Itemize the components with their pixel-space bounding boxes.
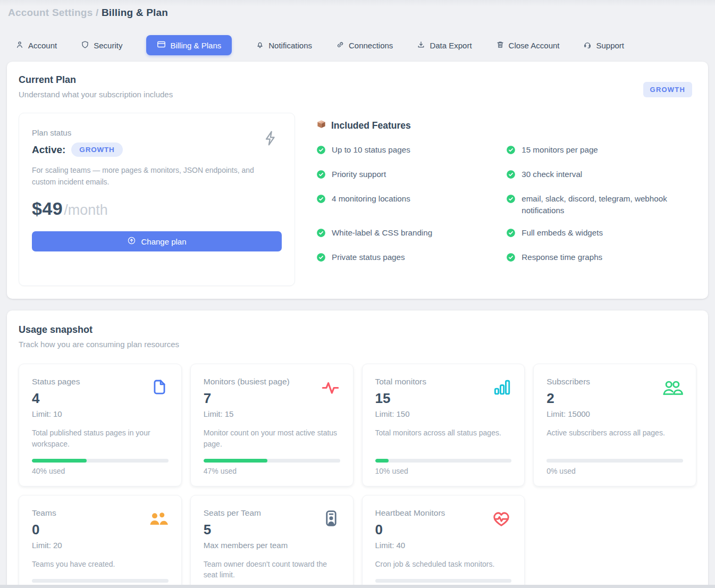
feature-item: White-label & CSS branding — [316, 227, 492, 241]
usage-description: Total published status pages in your wor… — [32, 427, 169, 449]
current-plan-title: Current Plan — [19, 74, 173, 86]
plan-status-badge: GROWTH — [71, 142, 122, 157]
progress-track — [32, 579, 169, 583]
usage-percent-label: 47% used — [204, 467, 340, 475]
tab-label: Data Export — [430, 41, 472, 50]
usage-label: Status pages — [32, 377, 80, 387]
usage-percent-label: 0% used — [546, 467, 683, 475]
usage-percent-label: 10% used — [375, 467, 512, 475]
tab-connections[interactable]: Connections — [336, 40, 393, 51]
file-icon — [150, 378, 169, 398]
usage-card-total-monitors: Total monitors 15 Limit: 150 Total monit… — [362, 364, 525, 486]
arrow-up-circle-icon — [127, 236, 136, 247]
check-circle-icon — [316, 170, 326, 183]
tab-label: Support — [596, 41, 624, 50]
lightning-bolt-icon — [262, 129, 280, 149]
id-badge-icon — [322, 509, 340, 530]
tab-label: Notifications — [268, 41, 312, 50]
tab-label: Close Account — [509, 41, 560, 50]
link-icon — [336, 40, 344, 51]
plan-period: /month — [64, 202, 108, 219]
usage-card-heartbeat-monitors: Heartbeat Monitors 0 Limit: 40 Cron job … — [362, 495, 525, 588]
shield-icon — [81, 40, 89, 51]
current-plan-subtitle: Understand what your subscription includ… — [19, 90, 173, 99]
usage-limit: Max members per team — [204, 541, 288, 550]
usage-description: Team owner doesn't count toward the seat… — [204, 559, 340, 581]
check-circle-icon — [316, 228, 326, 241]
progress-fill — [204, 459, 268, 463]
plan-description: For scaling teams — more pages & monitor… — [32, 165, 255, 188]
tab-billing-plans[interactable]: Billing & Plans — [146, 35, 232, 55]
usage-description: Teams you have created. — [32, 559, 169, 569]
tab-data-export[interactable]: Data Export — [417, 40, 472, 51]
check-circle-icon — [506, 228, 516, 241]
check-circle-icon — [506, 194, 516, 207]
heart-pulse-icon — [491, 509, 511, 531]
usage-grid: Status pages 4 Limit: 10 Total published… — [19, 364, 696, 588]
feature-item: Private status pages — [316, 251, 492, 266]
usage-limit: Limit: 15 — [204, 409, 290, 418]
settings-tab-bar: Account Security Billing & Plans Notific… — [7, 35, 708, 55]
usage-card-subscribers: Subscribers 2 Limit: 15000 Active subscr… — [533, 364, 696, 486]
usage-description: Cron job & scheduled task monitors. — [375, 559, 512, 569]
check-circle-icon — [506, 170, 516, 183]
feature-label: Priority support — [332, 169, 386, 181]
progress-track — [375, 459, 512, 463]
tab-notifications[interactable]: Notifications — [256, 40, 312, 51]
feature-label: Full embeds & widgets — [521, 227, 603, 239]
included-features: Included Features Up to 10 status pages … — [316, 113, 696, 286]
plan-tier-badge: GROWTH — [643, 82, 692, 97]
usage-description: Total monitors across all status pages. — [375, 427, 512, 438]
usage-label: Teams — [32, 508, 62, 518]
feature-item: 30 check interval — [506, 169, 696, 183]
users-filled-icon — [148, 509, 169, 531]
plan-status-value: Active: — [32, 144, 65, 156]
plan-status-box: Plan status Active: GROWTH For scaling t… — [19, 113, 295, 286]
usage-snapshot-card: Usage snapshot Track how you are consumi… — [7, 310, 708, 588]
plan-status-label: Plan status — [32, 128, 282, 137]
page-title: Billing & Plan — [102, 7, 168, 18]
progress-track — [32, 459, 169, 463]
bar-chart-icon — [493, 378, 511, 399]
usage-limit: Limit: 150 — [375, 409, 426, 418]
pulse-icon — [321, 378, 340, 400]
usage-value: 0 — [375, 522, 445, 538]
tab-label: Security — [94, 41, 122, 50]
feature-label: White-label & CSS branding — [332, 227, 432, 239]
breadcrumb-account-settings[interactable]: Account Settings / — [8, 7, 98, 18]
usage-value: 5 — [204, 522, 288, 538]
check-circle-icon — [316, 253, 326, 266]
tab-support[interactable]: Support — [583, 40, 624, 51]
change-plan-label: Change plan — [141, 237, 186, 246]
person-icon — [15, 40, 24, 51]
feature-item: Full embeds & widgets — [506, 227, 696, 241]
feature-label: Up to 10 status pages — [332, 144, 410, 156]
feature-item: Priority support — [316, 169, 492, 183]
usage-description: Active subscribers across all pages. — [546, 427, 683, 438]
tab-account[interactable]: Account — [15, 40, 57, 51]
feature-label: 4 monitoring locations — [332, 193, 410, 205]
usage-card-monitors-busiest: Monitors (busiest page) 7 Limit: 15 Moni… — [190, 364, 354, 486]
progress-track — [204, 459, 340, 463]
progress-fill — [32, 459, 87, 463]
usage-value: 0 — [32, 522, 62, 538]
feature-item: email, slack, discord, telegram, webhook… — [506, 193, 696, 217]
package-icon — [316, 119, 326, 132]
change-plan-button[interactable]: Change plan — [32, 231, 282, 251]
bell-icon — [256, 40, 264, 51]
usage-card-seats-per-team: Seats per Team 5 Max members per team Te… — [190, 495, 354, 588]
billing-plan-page: Account Settings / Billing & Plan Accoun… — [0, 0, 715, 588]
breadcrumb: Account Settings / Billing & Plan — [7, 0, 708, 19]
tab-close-account[interactable]: Close Account — [496, 40, 560, 51]
tab-security[interactable]: Security — [81, 40, 122, 51]
progress-fill — [375, 459, 389, 463]
feature-label: 15 monitors per page — [521, 144, 598, 156]
feature-item: 15 monitors per page — [506, 144, 696, 158]
current-plan-card: Current Plan Understand what your subscr… — [7, 62, 708, 299]
feature-label: 30 check interval — [521, 169, 582, 181]
usage-value: 15 — [375, 390, 426, 407]
included-features-title: Included Features — [331, 120, 411, 131]
headset-icon — [583, 40, 592, 51]
usage-card-status-pages: Status pages 4 Limit: 10 Total published… — [19, 364, 182, 486]
bottom-strip — [0, 585, 715, 588]
